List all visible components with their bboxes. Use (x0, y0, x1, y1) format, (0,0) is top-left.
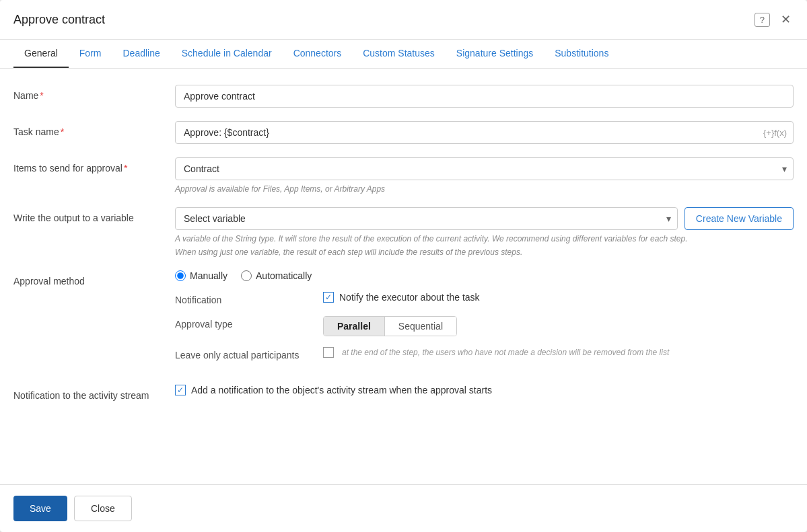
notification-sub-row: Notification ✓ Notify the executor about… (175, 292, 794, 305)
tab-schedule[interactable]: Schedule in Calendar (171, 40, 283, 68)
tab-signature[interactable]: Signature Settings (446, 40, 544, 68)
tab-connectors[interactable]: Connectors (283, 40, 353, 68)
approval-method-options: Manually Automatically (175, 270, 794, 281)
write-output-hint1: A variable of the String type. It will s… (175, 234, 794, 243)
leave-participants-sub-row: Leave only actual participants at the en… (175, 347, 794, 360)
name-row: Name* (13, 85, 794, 108)
approval-type-control: Parallel Sequential (323, 316, 794, 336)
approval-type-toggle: Parallel Sequential (323, 316, 457, 336)
task-name-input-wrapper: {+}f(x) (175, 121, 794, 144)
tab-deadline[interactable]: Deadline (112, 40, 170, 68)
approval-method-field-wrapper: Manually Automatically Notification (175, 270, 794, 371)
items-label: Items to send for approval* (13, 157, 175, 174)
write-output-controls: Select variable ▾ Create New Variable (175, 207, 794, 230)
name-input[interactable] (175, 85, 794, 108)
modal-footer: Save Close (0, 484, 807, 532)
task-name-row: Task name* {+}f(x) (13, 121, 794, 144)
items-select[interactable]: Contract (175, 157, 794, 180)
save-button[interactable]: Save (13, 496, 67, 521)
leave-participants-label: Leave only actual participants (175, 347, 323, 360)
tab-substitutions[interactable]: Substitutions (544, 40, 619, 68)
task-name-field-wrapper: {+}f(x) (175, 121, 794, 144)
write-output-label: Write the output to a variable (13, 207, 175, 223)
notification-stream-text: Add a notification to the object's activ… (191, 385, 492, 395)
notify-checkbox-label[interactable]: ✓ Notify the executor about the task (323, 292, 480, 303)
variable-select-wrapper: Select variable ▾ (175, 207, 678, 230)
manually-radio-label[interactable]: Manually (175, 270, 227, 281)
manually-sub-form: Notification ✓ Notify the executor about… (175, 292, 794, 360)
task-name-addon[interactable]: {+}f(x) (763, 128, 787, 138)
write-output-field-wrapper: Select variable ▾ Create New Variable A … (175, 207, 794, 257)
name-label: Name* (13, 85, 175, 101)
write-output-hint2: When using just one variable, the result… (175, 248, 794, 257)
notification-stream-label: Notification to the activity stream (13, 385, 175, 401)
tab-custom-statuses[interactable]: Custom Statuses (352, 40, 446, 68)
notify-text: Notify the executor about the task (339, 292, 480, 303)
notification-label: Notification (175, 292, 323, 305)
header-actions: ? ✕ (752, 9, 794, 30)
tab-bar: General Form Deadline Schedule in Calend… (0, 40, 807, 69)
approval-method-row: Approval method Manually Automatically (13, 270, 794, 371)
notification-stream-row: Notification to the activity stream ✓ Ad… (13, 385, 794, 401)
close-icon: ✕ (781, 12, 791, 27)
approval-type-sub-row: Approval type Parallel Sequential (175, 316, 794, 336)
automatically-radio[interactable] (241, 270, 252, 281)
notification-stream-control: ✓ Add a notification to the object's act… (175, 385, 794, 395)
create-variable-button[interactable]: Create New Variable (685, 207, 794, 230)
notification-stream-checkbox-label[interactable]: ✓ Add a notification to the object's act… (175, 385, 794, 395)
manually-radio[interactable] (175, 270, 186, 281)
task-name-input[interactable] (175, 121, 794, 144)
manually-label: Manually (190, 270, 227, 281)
items-hint: Approval is available for Files, App Ite… (175, 184, 794, 194)
items-select-wrapper: Contract ▾ (175, 157, 794, 180)
items-field-wrapper: Contract ▾ Approval is available for Fil… (175, 157, 794, 194)
write-output-row: Write the output to a variable Select va… (13, 207, 794, 257)
leave-participants-control: at the end of the step, the users who ha… (323, 347, 794, 358)
automatically-radio-label[interactable]: Automatically (241, 270, 312, 281)
sequential-button[interactable]: Sequential (385, 317, 456, 336)
close-footer-button[interactable]: Close (74, 496, 132, 521)
items-row: Items to send for approval* Contract ▾ A… (13, 157, 794, 194)
help-icon: ? (755, 13, 770, 27)
leave-participants-hint: at the end of the step, the users who ha… (342, 348, 669, 357)
modal-header: Approve contract ? ✕ (0, 0, 807, 40)
leave-participants-checkbox[interactable] (323, 347, 334, 358)
help-button[interactable]: ? (752, 10, 773, 30)
modal-title: Approve contract (13, 13, 105, 27)
name-field-wrapper (175, 85, 794, 108)
close-button[interactable]: ✕ (778, 9, 794, 30)
modal-body: Name* Task name* {+}f(x) Items to send f… (0, 69, 807, 484)
tab-form[interactable]: Form (69, 40, 112, 68)
notification-control: ✓ Notify the executor about the task (323, 292, 794, 303)
task-name-label: Task name* (13, 121, 175, 137)
modal-container: Approve contract ? ✕ General Form Deadli… (0, 0, 807, 532)
variable-select[interactable]: Select variable (175, 207, 678, 230)
notify-checkbox[interactable]: ✓ (323, 292, 334, 303)
approval-type-label: Approval type (175, 316, 323, 330)
parallel-button[interactable]: Parallel (324, 317, 385, 336)
tab-general[interactable]: General (13, 40, 69, 68)
approval-method-label: Approval method (13, 270, 175, 287)
automatically-label: Automatically (256, 270, 312, 281)
notification-stream-checkbox[interactable]: ✓ (175, 385, 186, 395)
